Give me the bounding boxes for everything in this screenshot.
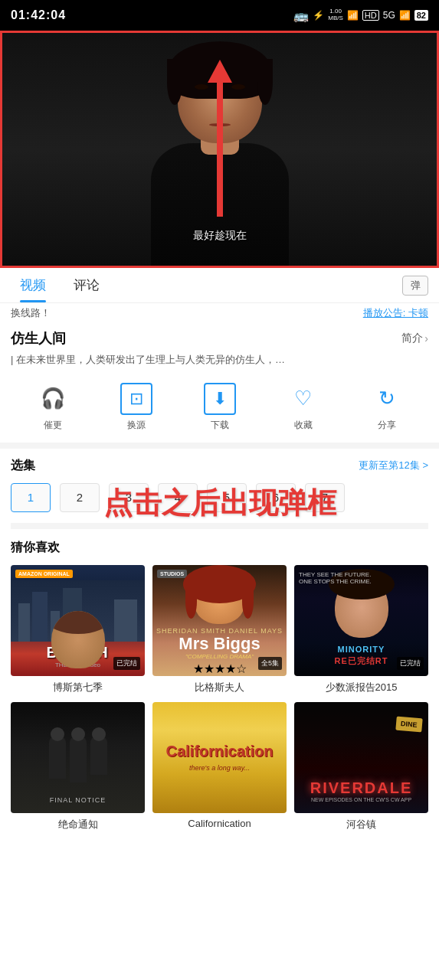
amazon-label: AMAZON ORIGINAL: [15, 570, 73, 578]
biggs-name: 比格斯夫人: [152, 681, 287, 694]
bluetooth-icon: ⚡: [313, 10, 324, 21]
video-subtitle: 最好趁现在: [193, 229, 247, 243]
recommend-item-biggs[interactable]: STUDIOS SHERIDAN SMITH DANIEL MAYS Mrs B…: [152, 565, 287, 694]
share-label: 分享: [378, 419, 396, 432]
status-icons: 🚌 ⚡ 1.00 MB/S 📶 HD 5G 📶 82: [293, 8, 428, 23]
status-time: 01:42:04: [11, 8, 66, 22]
recommend-title: 猜你喜欢: [11, 540, 428, 556]
tab-video[interactable]: 视频: [12, 268, 54, 302]
switch-route[interactable]: 换线路！: [11, 306, 51, 320]
episodes-header: 选集 更新至第12集 >: [11, 458, 428, 474]
video-player[interactable]: 最好趁现在: [0, 31, 439, 268]
show-description: | 在未来世界里，人类研发出了生理上与人类无异的仿生人，…: [0, 351, 439, 375]
episode-4[interactable]: 4: [158, 483, 198, 512]
biggs-title: Mrs Biggs: [179, 635, 260, 652]
poster-riverdale: DINE RIVERDALE NEW EPISODES ON THE CW'S …: [294, 702, 428, 813]
switch-source-label: 换源: [127, 419, 146, 432]
episode-6[interactable]: 6: [256, 483, 296, 512]
episode-7[interactable]: 7: [305, 483, 345, 512]
show-title: 仿生人间: [11, 329, 66, 348]
recommend-grid: AMAZON ORIGINAL BOSCH THE FIN... video 已…: [11, 565, 428, 831]
heart-icon: ♡: [287, 383, 319, 415]
bus-icon: 🚌: [293, 8, 309, 23]
switch-source-icon: ⊡: [120, 383, 152, 415]
biggs-tagline: "COMPELLING DRAMA": [185, 653, 254, 660]
notice-name: 绝命通知: [11, 818, 145, 831]
signal-bars: 📶: [399, 10, 411, 21]
action-buttons: 🎧 催更 ⊡ 换源 ⬇ 下载 ♡ 收藏 ↻ 分享: [0, 375, 439, 449]
hd-badge: HD: [362, 10, 379, 21]
episodes-update[interactable]: 更新至第12集 >: [359, 459, 428, 472]
download-label: 下载: [211, 419, 229, 432]
favorite-label: 收藏: [294, 419, 313, 432]
poster-biggs: STUDIOS SHERIDAN SMITH DANIEL MAYS Mrs B…: [152, 565, 287, 676]
californication-name: Californication: [152, 818, 287, 829]
bullet-comment-button[interactable]: 弹: [402, 276, 428, 296]
recommend-item-californication[interactable]: Californication there's a long way... Ca…: [152, 702, 287, 831]
poster-bosch: AMAZON ORIGINAL BOSCH THE FIN... video 已…: [11, 565, 145, 676]
minority-badge: 已完结: [397, 657, 424, 670]
episode-1[interactable]: 1: [11, 483, 51, 512]
urge-icon: 🎧: [37, 383, 69, 415]
bosch-badge: 已完结: [113, 657, 140, 670]
download-icon: ⬇: [204, 383, 236, 415]
speed-indicator: 1.00 MB/S: [328, 8, 343, 22]
poster-californication: Californication there's a long way...: [152, 702, 287, 813]
recommend-item-riverdale[interactable]: DINE RIVERDALE NEW EPISODES ON THE CW'S …: [294, 702, 428, 831]
recommend-item-notice[interactable]: FINAL NOTICE 绝命通知: [11, 702, 145, 831]
biggs-badge: 全5集: [258, 657, 282, 670]
download-button[interactable]: ⬇ 下载: [204, 383, 236, 432]
intro-link[interactable]: 简介 ›: [401, 332, 428, 345]
battery: 82: [414, 10, 428, 21]
info-bar: 换线路！ 播放公告: 卡顿: [0, 303, 439, 323]
episodes-section: 选集 更新至第12集 > 1 2 3 4 5 6 7 点击之后出现弹框: [0, 449, 439, 529]
recommend-item-bosch[interactable]: AMAZON ORIGINAL BOSCH THE FIN... video 已…: [11, 565, 145, 694]
californication-title: Californication: [162, 743, 276, 760]
play-notice[interactable]: 播放公告: 卡顿: [363, 306, 428, 320]
recommend-section: 猜你喜欢 AMAZON ORIGINAL BOSCH THE FIN.: [0, 529, 439, 831]
episode-3[interactable]: 3: [109, 483, 149, 512]
studios-label: STUDIOS: [157, 570, 187, 578]
episode-2[interactable]: 2: [60, 483, 100, 512]
poster-notice: FINAL NOTICE: [11, 702, 145, 813]
recommend-item-minority[interactable]: MINORITY RE已完结RT THEY SEE THE FUTURE.ONE…: [294, 565, 428, 694]
californication-tagline: there's a long way...: [189, 764, 250, 772]
tab-comment[interactable]: 评论: [66, 268, 107, 302]
status-bar: 01:42:04 🚌 ⚡ 1.00 MB/S 📶 HD 5G 📶 82: [0, 0, 439, 31]
favorite-button[interactable]: ♡ 收藏: [287, 383, 319, 432]
minority-name: 少数派报告2015: [294, 681, 428, 694]
bosch-name: 博斯第七季: [11, 681, 145, 694]
urge-label: 催更: [44, 419, 62, 432]
share-icon: ↻: [371, 383, 403, 415]
minority-report: RE已完结RT: [335, 655, 388, 667]
riverdale-name: 河谷镇: [294, 818, 428, 831]
episodes-title: 选集: [11, 458, 35, 474]
episodes-grid: 1 2 3 4 5 6 7 点击之后出现弹框: [11, 483, 428, 529]
notice-sub: FINAL NOTICE: [50, 796, 106, 804]
title-section: 仿生人间 简介 ›: [0, 323, 439, 351]
riverdale-tagline: NEW EPISODES ON THE CW'S CW APP: [311, 797, 411, 802]
wifi-icon: 📶: [347, 10, 359, 21]
tabs-section: 视频 评论 弹: [0, 268, 439, 303]
urge-update-button[interactable]: 🎧 催更: [37, 383, 69, 432]
chevron-right-icon: ›: [424, 332, 428, 345]
poster-minority: MINORITY RE已完结RT THEY SEE THE FUTURE.ONE…: [294, 565, 428, 676]
riverdale-title: RIVERDALE: [310, 779, 413, 797]
switch-source-button[interactable]: ⊡ 换源: [120, 383, 152, 432]
minority-title: MINORITY: [338, 645, 385, 654]
share-button[interactable]: ↻ 分享: [371, 383, 403, 432]
signal-icon: 5G: [383, 10, 395, 21]
minority-tagline: THEY SEE THE FUTURE.ONE STOPS THE CRIME.: [299, 571, 372, 585]
episode-5[interactable]: 5: [207, 483, 247, 512]
